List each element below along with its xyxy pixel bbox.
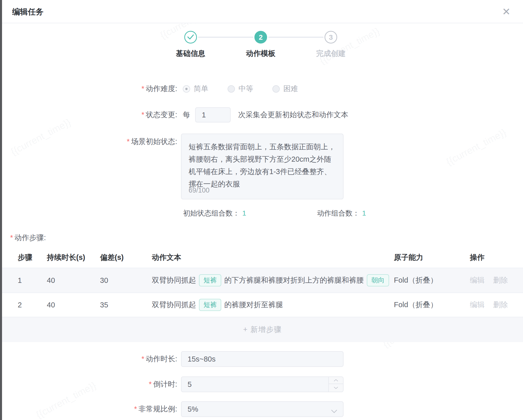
delete-button[interactable]: 删除 xyxy=(493,300,508,310)
add-step-row: + 新增步骤 xyxy=(2,317,523,342)
required-mark: * xyxy=(10,234,13,242)
initial-state-textarea[interactable]: 短裤五条数据背面朝上，五条数据正面朝上，裤腰朝右，离头部视野下方至少20cm之外… xyxy=(181,134,344,199)
cell-duration: 40 xyxy=(47,276,100,285)
edit-button[interactable]: 编辑 xyxy=(470,275,485,285)
action-text-segment: 双臂协同抓起 xyxy=(152,275,196,285)
action-combo-count: 动作组合数： 1 xyxy=(317,208,366,218)
table-row: 2 40 35 双臂协同抓起 短裤 的裤腰对折至裤腿 Fold（折叠） 编辑 删… xyxy=(2,293,523,317)
object-tag: 短裤 xyxy=(199,274,221,286)
initial-state-label: *场景初始状态: xyxy=(2,134,177,147)
duration-row: *动作时长: xyxy=(2,351,523,367)
action-text-segment: 双臂协同抓起 xyxy=(152,300,196,310)
duration-label: *动作时长: xyxy=(2,354,177,364)
unusual-ratio-value: 5% xyxy=(188,405,198,413)
radio-hard-circle[interactable] xyxy=(272,85,280,93)
required-mark: * xyxy=(142,85,144,93)
col-header-ability: 原子能力 xyxy=(394,253,470,263)
cell-ability: Fold（折叠） xyxy=(394,300,470,310)
action-steps-section-label: *动作步骤: xyxy=(10,233,46,243)
radio-easy-label: 简单 xyxy=(194,84,208,94)
radio-easy-circle[interactable] xyxy=(183,85,190,93)
cell-duration: 40 xyxy=(47,301,100,309)
countdown-input[interactable] xyxy=(181,376,344,392)
col-header-step: 步骤 xyxy=(18,253,47,263)
check-icon xyxy=(187,34,194,40)
initial-state-row: *场景初始状态: 短裤五条数据背面朝上，五条数据正面朝上，裤腰朝右，离头部视野下… xyxy=(2,134,523,199)
initial-state-text: 短裤五条数据背面朝上，五条数据正面朝上，裤腰朝右，离头部视野下方至少20cm之外… xyxy=(189,141,336,190)
combo-counts-row: 初始状态组合数： 1 动作组合数： 1 xyxy=(2,208,523,219)
cell-ability: Fold（折叠） xyxy=(394,275,470,285)
cell-action-text: 双臂协同抓起 短裤 的下方裤腿和裤腰对折到上方的裤腿和裤腰 朝向 xyxy=(152,274,394,286)
difficulty-label: *动作难度: xyxy=(2,84,177,94)
countdown-number-input xyxy=(181,376,344,392)
unusual-ratio-label: *非常规比例: xyxy=(2,404,177,414)
edit-button[interactable]: 编辑 xyxy=(470,300,485,310)
radio-medium-label: 中等 xyxy=(238,84,253,94)
char-counter: 69/100 xyxy=(189,186,210,194)
cell-action-text: 双臂协同抓起 短裤 的裤腰对折至裤腿 xyxy=(152,299,394,311)
table-header-row: 步骤 持续时长(s) 偏差(s) 动作文本 原子能力 操作 xyxy=(2,247,523,268)
radio-medium[interactable]: 中等 xyxy=(228,84,253,94)
delete-button[interactable]: 删除 xyxy=(493,275,508,285)
cell-step: 1 xyxy=(18,276,47,285)
stepper-step-2-circle: 2 xyxy=(254,31,267,44)
unusual-ratio-row: *非常规比例: 5% xyxy=(2,401,523,417)
background-page-edge xyxy=(0,0,2,420)
action-steps-table: 步骤 持续时长(s) 偏差(s) 动作文本 原子能力 操作 1 40 30 双臂… xyxy=(2,247,523,342)
cell-deviation: 35 xyxy=(100,301,152,309)
countdown-row: *倒计时: xyxy=(2,376,523,392)
difficulty-row: *动作难度: 简单 中等 困难 xyxy=(2,81,523,96)
cell-deviation: 30 xyxy=(100,276,152,285)
action-combo-value: 1 xyxy=(362,209,366,217)
state-change-input[interactable] xyxy=(195,107,231,122)
cell-ops: 编辑 删除 xyxy=(470,300,523,310)
col-header-text: 动作文本 xyxy=(152,253,394,263)
number-spinner xyxy=(328,377,343,392)
required-mark: * xyxy=(127,137,130,145)
state-change-label: *状态变更: xyxy=(2,110,177,120)
state-change-prefix: 每 xyxy=(183,110,190,120)
radio-hard[interactable]: 困难 xyxy=(272,84,298,94)
radio-hard-label: 困难 xyxy=(283,84,298,94)
stepper-step-1-circle xyxy=(184,31,197,44)
stepper-connector xyxy=(198,37,253,38)
dialog-title: 编辑任务 xyxy=(12,7,44,17)
duration-input[interactable] xyxy=(181,351,344,367)
col-header-deviation: 偏差(s) xyxy=(100,253,152,263)
add-step-button[interactable]: + 新增步骤 xyxy=(243,325,282,335)
action-text-segment: 的下方裤腿和裤腰对折到上方的裤腿和裤腰 xyxy=(224,275,364,285)
radio-easy[interactable]: 简单 xyxy=(183,84,208,94)
state-change-suffix: 次采集会更新初始状态和动作文本 xyxy=(238,110,348,120)
stepper-connector xyxy=(268,37,324,38)
required-mark: * xyxy=(149,380,152,388)
required-mark: * xyxy=(134,405,137,413)
spinner-down-icon[interactable] xyxy=(329,384,343,391)
stepper-step-3-circle: 3 xyxy=(325,31,337,44)
state-change-row: *状态变更: 每 次采集会更新初始状态和动作文本 xyxy=(2,107,523,122)
cell-ops: 编辑 删除 xyxy=(470,275,523,285)
col-header-duration: 持续时长(s) xyxy=(47,253,100,263)
close-icon[interactable]: ✕ xyxy=(500,6,512,18)
stepper-step-2-label: 动作模板 xyxy=(228,49,294,59)
chevron-down-icon xyxy=(331,407,337,415)
unusual-ratio-select[interactable]: 5% xyxy=(181,401,344,417)
object-tag: 短裤 xyxy=(199,299,221,311)
spinner-up-icon[interactable] xyxy=(329,377,343,384)
initial-combo-count: 初始状态组合数： 1 xyxy=(183,208,246,218)
countdown-label: *倒计时: xyxy=(2,379,177,389)
orientation-tag: 朝向 xyxy=(367,274,389,286)
radio-medium-circle[interactable] xyxy=(228,85,235,93)
dialog-header: 编辑任务 ✕ xyxy=(2,0,523,23)
stepper-step-1-label: 基础信息 xyxy=(158,49,224,59)
action-text-segment: 的裤腰对折至裤腿 xyxy=(224,300,283,310)
required-mark: * xyxy=(142,111,144,119)
col-header-ops: 操作 xyxy=(470,253,523,263)
table-row: 1 40 30 双臂协同抓起 短裤 的下方裤腿和裤腰对折到上方的裤腿和裤腰 朝向… xyxy=(2,268,523,293)
cell-step: 2 xyxy=(18,301,47,309)
difficulty-radio-group: 简单 中等 困难 xyxy=(183,84,317,94)
required-mark: * xyxy=(142,355,144,363)
initial-combo-value: 1 xyxy=(242,209,246,217)
stepper-step-3-label: 完成创建 xyxy=(298,49,364,59)
